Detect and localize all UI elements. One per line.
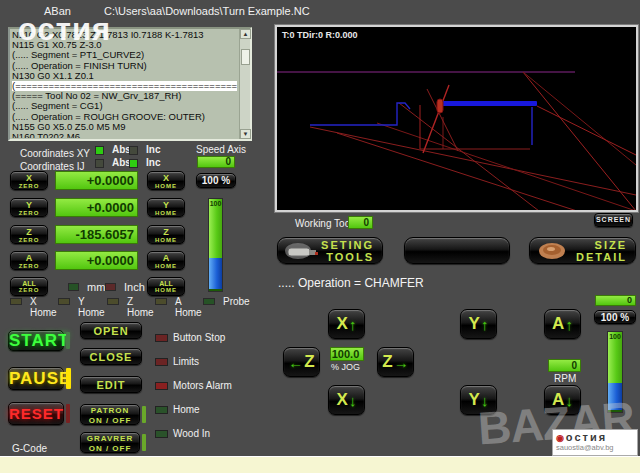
probe-indicator[interactable] bbox=[203, 298, 215, 305]
start-indicator bbox=[66, 332, 70, 349]
size-detail-label-2: DETAIL bbox=[576, 251, 627, 263]
x-home-button[interactable]: XHOME bbox=[147, 171, 185, 190]
viewport-status: T:0 TDir:0 R:0.000 bbox=[282, 30, 358, 40]
working-tool-label: Working Tool bbox=[295, 218, 352, 229]
speed-percent-button[interactable]: 100 % bbox=[196, 173, 236, 188]
x-zero-button[interactable]: XZERO bbox=[10, 171, 48, 190]
speed-slider[interactable]: 100 bbox=[208, 198, 223, 292]
home-led bbox=[155, 406, 168, 414]
open-button[interactable]: OPEN bbox=[80, 322, 142, 339]
limits-led bbox=[155, 358, 168, 366]
xy-abs-checkbox[interactable] bbox=[95, 146, 104, 155]
watermark-badge: ◉остия sauostia@abv.bg bbox=[552, 429, 638, 456]
jog-y-plus-button[interactable]: Y↑ bbox=[460, 309, 497, 339]
spindle-percent-button[interactable]: 100 % bbox=[594, 310, 636, 324]
jog-x-plus-button[interactable]: X↑ bbox=[328, 309, 365, 339]
jog-z-plus-button[interactable]: Z→ bbox=[377, 347, 414, 377]
gcode-strip-label: G-Code bbox=[12, 443, 47, 454]
mm-label: mm bbox=[87, 281, 105, 293]
scrollbar-thumb[interactable] bbox=[241, 49, 250, 65]
gcode-command-strip[interactable] bbox=[0, 456, 640, 473]
wood-in-led bbox=[155, 430, 168, 438]
blank-button[interactable] bbox=[404, 237, 510, 264]
motors-alarm-led bbox=[155, 382, 168, 390]
mm-checkbox[interactable] bbox=[68, 283, 79, 291]
gravrer-indicator bbox=[142, 434, 146, 451]
target-icon: ◉ bbox=[556, 433, 564, 443]
z-home-button[interactable]: ZHOME bbox=[147, 225, 185, 244]
y-home-indicator[interactable] bbox=[58, 298, 70, 305]
limits-label: Limits bbox=[173, 356, 199, 367]
all-zero-button[interactable]: ALLZERO bbox=[10, 277, 48, 296]
z-zero-button[interactable]: ZZERO bbox=[10, 225, 48, 244]
button-stop-label: Button Stop bbox=[173, 332, 225, 343]
y-home-indicator-label: Y Home bbox=[78, 296, 105, 318]
watermark-text: остия bbox=[18, 12, 111, 48]
speed-axis-value: 0 bbox=[197, 156, 235, 168]
gravrer-label-1: GRAVRER bbox=[87, 434, 133, 443]
seting-tools-label-2: TOOLS bbox=[326, 251, 374, 263]
x-home-indicator[interactable] bbox=[10, 298, 22, 305]
watermark-brand: остия bbox=[566, 431, 607, 443]
spindle-value: 0 bbox=[595, 295, 636, 306]
a-home-indicator[interactable] bbox=[155, 298, 167, 305]
button-stop-led bbox=[155, 334, 168, 342]
disc-icon bbox=[538, 242, 568, 262]
z-home-indicator[interactable] bbox=[107, 298, 119, 305]
wood-in-label: Wood In bbox=[173, 428, 210, 439]
screen-button[interactable]: SCREEN bbox=[594, 213, 633, 227]
edit-button[interactable]: EDIT bbox=[80, 376, 142, 393]
motors-alarm-label: Motors Alarm bbox=[173, 380, 232, 391]
pause-button[interactable]: PAUSE bbox=[8, 367, 64, 390]
ij-inc-label: Inc bbox=[146, 157, 160, 168]
tool-icon bbox=[284, 242, 324, 262]
operation-text: ..... Operation = CHAMFER bbox=[278, 276, 424, 290]
file-path: C:\Users\aa\Downloads\Turn Example.NC bbox=[104, 5, 310, 17]
close-button[interactable]: CLOSE bbox=[80, 348, 142, 365]
toolpath-viewport[interactable]: T:0 TDir:0 R:0.000 bbox=[275, 25, 638, 212]
reset-indicator bbox=[66, 404, 70, 423]
spindle-slider-max: 100 bbox=[608, 333, 622, 340]
speed-axis-label: Speed Axis bbox=[196, 144, 246, 155]
working-tool-value: 0 bbox=[348, 216, 373, 229]
patron-toggle-button[interactable]: PATRON ON / OFF bbox=[80, 404, 140, 425]
jog-z-minus-button[interactable]: ←Z bbox=[283, 347, 320, 377]
jog-a-plus-button[interactable]: A↑ bbox=[544, 309, 581, 339]
a-home-button[interactable]: AHOME bbox=[147, 251, 185, 270]
a-zero-button[interactable]: AZERO bbox=[10, 251, 48, 270]
probe-indicator-label: Probe bbox=[223, 296, 250, 307]
inch-checkbox[interactable] bbox=[105, 283, 116, 291]
y-home-button[interactable]: YHOME bbox=[147, 198, 185, 217]
all-home-button[interactable]: ALLHOME bbox=[147, 277, 185, 296]
patron-label-2: ON / OFF bbox=[89, 416, 132, 425]
y-zero-button[interactable]: YZERO bbox=[10, 198, 48, 217]
jog-percent-input[interactable]: 100.0 bbox=[330, 347, 364, 361]
seting-tools-button[interactable]: SETING TOOLS bbox=[277, 237, 383, 264]
ij-inc-checkbox[interactable] bbox=[129, 159, 138, 168]
inch-label: Inch bbox=[124, 281, 145, 293]
cnc-control-window: ABan C:\Users\aa\Downloads\Turn Example.… bbox=[0, 0, 640, 473]
jog-x-minus-button[interactable]: X↓ bbox=[328, 385, 365, 415]
status-led-panel: Button Stop Limits Motors Alarm Home Woo… bbox=[155, 328, 232, 442]
rpm-value: 0 bbox=[548, 359, 581, 372]
ij-abs-checkbox[interactable] bbox=[95, 159, 104, 168]
gcode-scrollbar[interactable]: ▲ ▼ bbox=[239, 29, 250, 139]
scroll-down-icon[interactable]: ▼ bbox=[240, 129, 251, 139]
start-button[interactable]: START bbox=[8, 330, 64, 351]
y-position-display: +0.0000 bbox=[55, 198, 138, 217]
pause-indicator bbox=[66, 368, 71, 389]
size-detail-label-1: SIZE bbox=[595, 239, 627, 251]
z-home-indicator-label: Z Home bbox=[127, 296, 154, 318]
reset-button[interactable]: RESET bbox=[8, 402, 64, 425]
patron-label-1: PATRON bbox=[91, 406, 130, 415]
z-position-display: -185.6057 bbox=[55, 225, 138, 244]
scroll-up-icon[interactable]: ▲ bbox=[240, 29, 251, 39]
a-home-indicator-label: A Home bbox=[175, 296, 202, 318]
size-detail-button[interactable]: SIZE DETAIL bbox=[529, 237, 636, 264]
gcode-line: N160 T0202 M6 bbox=[12, 132, 237, 138]
xy-inc-checkbox[interactable] bbox=[129, 146, 138, 155]
gravrer-label-2: ON / OFF bbox=[89, 444, 132, 453]
a-position-display: +0.0000 bbox=[55, 251, 138, 270]
toolpath-drawing bbox=[277, 27, 636, 210]
gravrer-toggle-button[interactable]: GRAVRER ON / OFF bbox=[80, 432, 140, 453]
